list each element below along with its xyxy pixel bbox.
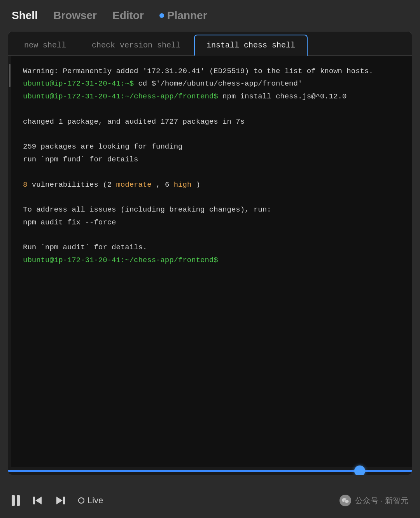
pause-button[interactable] [12,495,20,506]
live-circle-icon [78,497,84,504]
terminal-wrapper: Warning: Permanently added '172.31.20.41… [8,56,412,467]
terminal-line-13: npm audit fix --force [23,217,400,228]
terminal-line-7: 259 packages are looking for funding [23,141,400,152]
nav-item-browser[interactable]: Browser [53,6,97,25]
terminal-body[interactable]: Warning: Permanently added '172.31.20.41… [11,56,412,467]
nav-item-shell[interactable]: Shell [12,6,38,25]
planner-dot-icon [159,13,164,18]
terminal-line-15: Run `npm audit` for details. [23,242,400,253]
main-content: new_shell check_version_shell install_ch… [0,31,420,483]
svg-marker-2 [56,497,63,504]
terminal-line-8: run `npm fund` for details [23,154,400,165]
terminal-line-6 [23,128,400,140]
bottom-controls: Live 公众号 · 新智元 [0,483,420,518]
svg-marker-0 [35,497,42,504]
wechat-icon [340,495,351,506]
skip-back-button[interactable] [32,495,43,506]
terminal-line-11 [23,191,400,203]
skip-forward-icon [55,495,66,506]
terminal-line-12: To address all issues (including breakin… [23,204,400,215]
progress-bar-container[interactable] [8,467,412,475]
terminal-line-16: ubuntu@ip-172-31-20-41:~/chess-app/front… [23,254,400,266]
progress-track [8,470,412,472]
nav-item-planner[interactable]: Planner [159,6,207,25]
tab-new-shell[interactable]: new_shell [12,35,78,55]
live-indicator[interactable]: Live [78,495,103,506]
nav-item-editor[interactable]: Editor [112,6,144,25]
skip-forward-button[interactable] [55,495,66,506]
progress-thumb[interactable] [354,466,365,475]
left-scrollbar[interactable] [8,56,11,467]
tab-bar: new_shell check_version_shell install_ch… [8,32,412,56]
terminal-line-10: 8 vulnerabilities (2 moderate , 6 high ) [23,179,400,191]
pause-icon [12,495,20,506]
svg-rect-1 [33,497,35,504]
svg-rect-3 [63,497,65,504]
terminal-line-1: Warning: Permanently added '172.31.20.41… [23,65,400,77]
terminal-container: new_shell check_version_shell install_ch… [8,31,412,475]
terminal-line-9 [23,166,400,178]
top-nav: Shell Browser Editor Planner [0,0,420,31]
scroll-thumb [9,64,10,87]
terminal-line-14 [23,229,400,241]
terminal-line-5: changed 1 package, and audited 1727 pack… [23,116,400,128]
playback-controls: Live [12,495,340,506]
terminal-line-2: ubuntu@ip-172-31-20-41:~$ cd $'/home/ubu… [23,78,400,89]
watermark-text: 公众号 · 新智元 [355,495,408,506]
live-label: Live [88,495,103,506]
tab-install-chess-shell[interactable]: install_chess_shell [194,35,308,56]
skip-back-icon [32,495,43,506]
terminal-line-3: ubuntu@ip-172-31-20-41:~/chess-app/front… [23,91,400,102]
tab-check-version-shell[interactable]: check_version_shell [80,35,192,55]
watermark: 公众号 · 新智元 [340,495,408,506]
terminal-line-4 [23,103,400,115]
